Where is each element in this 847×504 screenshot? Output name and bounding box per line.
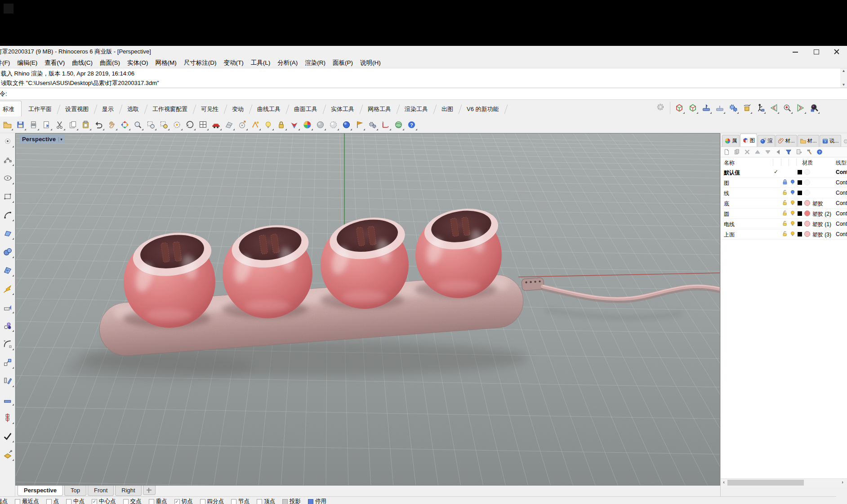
panel-horizontal-scrollbar[interactable]: ‹ ›	[721, 478, 847, 487]
layer-bulb-icon[interactable]	[789, 189, 796, 196]
person-move-button[interactable]	[754, 102, 766, 114]
pnl-up-button[interactable]	[754, 148, 761, 156]
sphere-matte-button[interactable]	[314, 119, 326, 131]
osnap-端点[interactable]: 端点	[0, 498, 8, 504]
panel-tab-0[interactable]: 属	[722, 135, 740, 147]
zoom-target-button[interactable]	[171, 119, 183, 131]
viewport-tab-top[interactable]: Top	[64, 486, 86, 496]
extrude-button[interactable]	[1, 393, 14, 406]
rectangle-button[interactable]	[1, 190, 14, 203]
array-align-button[interactable]	[1, 411, 14, 424]
measure-angle-button[interactable]	[249, 119, 261, 131]
scroll-up-icon[interactable]: ▲	[840, 68, 847, 74]
toolbar-tab[interactable]: 渲染工具	[398, 101, 435, 117]
viewport-title-dropdown-icon[interactable]: ▾	[58, 137, 64, 142]
layer-name[interactable]: 圆	[724, 210, 729, 218]
layer-color-swatch[interactable]	[798, 201, 802, 205]
lock-open-icon[interactable]	[782, 210, 788, 216]
osnap-checkbox[interactable]	[15, 499, 20, 504]
layer-row[interactable]: 默认值✓Continuous	[721, 167, 847, 178]
layer-material-swatch[interactable]	[804, 231, 810, 237]
pnl-filter-button[interactable]	[785, 148, 792, 156]
menu-item-1[interactable]: 编辑(E)	[13, 58, 41, 68]
scroll-right-icon[interactable]: ›	[839, 479, 846, 485]
zoom-button[interactable]	[132, 119, 144, 131]
panel-tab-2[interactable]: 渲	[758, 135, 775, 147]
toolbar-tab[interactable]: 显示	[95, 101, 120, 117]
osnap-切点[interactable]: ✓切点	[174, 498, 193, 504]
scroll-down-icon[interactable]: ▼	[840, 82, 847, 88]
toolbar-tab[interactable]: 曲面工具	[287, 101, 324, 117]
point-button[interactable]	[1, 135, 14, 147]
layer-material-swatch[interactable]	[804, 221, 810, 227]
toolbar-tab[interactable]: 实体工具	[324, 101, 361, 117]
menu-item-3[interactable]: 曲线(C)	[68, 58, 96, 68]
command-history-scrollbar[interactable]: ▲ ▼	[840, 68, 847, 88]
osnap-中心点[interactable]: ✓中心点	[92, 498, 116, 504]
viewport-title[interactable]: Perspective ▾	[19, 135, 65, 143]
mesh-button[interactable]	[1, 264, 14, 277]
layer-material-swatch[interactable]	[804, 169, 810, 175]
osnap-checkbox[interactable]	[149, 499, 154, 504]
surface-from-plane-button[interactable]	[1, 301, 14, 313]
layer-bulb-icon[interactable]	[789, 210, 796, 216]
menu-item-9[interactable]: 工具(L)	[247, 58, 274, 68]
toolbar-tab[interactable]: 标准	[0, 101, 22, 117]
orbit-button[interactable]	[119, 119, 131, 131]
osnap-顶点[interactable]: 顶点	[257, 498, 275, 504]
menu-item-7[interactable]: 尺寸标注(D)	[180, 58, 220, 68]
export-doc-button[interactable]	[40, 119, 53, 131]
layer-name[interactable]: 图	[724, 179, 729, 187]
viewport-tab-right[interactable]: Right	[115, 486, 141, 496]
layer-color-swatch[interactable]	[798, 170, 802, 174]
layer-row[interactable]: 圆塑胶 (2)Continuous	[721, 209, 847, 219]
sphere-blue-button[interactable]	[340, 119, 352, 131]
explode-button[interactable]	[1, 282, 14, 295]
toolbar-tab[interactable]: 曲线工具	[250, 101, 287, 117]
save-button[interactable]	[14, 119, 27, 131]
osnap-停用[interactable]: 停用	[308, 498, 326, 504]
lock-open-icon[interactable]	[782, 220, 788, 227]
open-folder-button[interactable]	[1, 119, 13, 131]
transform-button[interactable]	[1, 375, 14, 387]
arc-button[interactable]	[1, 209, 14, 221]
osnap-checkbox[interactable]	[231, 499, 236, 504]
osnap-checkbox[interactable]	[257, 499, 262, 504]
check-analyze-button[interactable]	[1, 430, 14, 442]
menu-item-6[interactable]: 网格(M)	[152, 58, 180, 68]
new-viewport-tab[interactable]	[143, 486, 156, 495]
toolbar-tab[interactable]: 选取	[120, 101, 146, 117]
menu-item-11[interactable]: 渲染(R)	[301, 58, 329, 68]
toolbar-options-gear-icon[interactable]	[655, 102, 667, 114]
layer-material-swatch[interactable]	[804, 190, 810, 196]
osnap-checkbox[interactable]	[308, 499, 313, 504]
osnap-垂点[interactable]: 垂点	[149, 498, 167, 504]
viewport-layout-button[interactable]	[197, 119, 209, 131]
panel-tab-4[interactable]: 材...	[798, 135, 819, 147]
pnl-page-button[interactable]	[795, 148, 802, 156]
menu-item-13[interactable]: 说明(H)	[357, 58, 384, 68]
scroll-left-icon[interactable]: ‹	[721, 479, 727, 485]
cplane-circle-button[interactable]	[236, 119, 248, 131]
layer-name[interactable]: 底	[724, 200, 729, 208]
command-history[interactable]: 载入 Rhino 渲染，版本 1.50, Apr 28 2019, 16:14:…	[0, 68, 847, 88]
osnap-点[interactable]: 点	[46, 498, 59, 504]
help-button[interactable]: ?	[406, 119, 418, 131]
pnl-delete-button[interactable]	[744, 148, 751, 156]
layer-row[interactable]: 电线塑胶 (1)Continuous	[721, 219, 847, 229]
layer-bulb-icon[interactable]	[789, 231, 796, 237]
layer-row[interactable]: 上面塑胶 (3)Continuous	[721, 229, 847, 240]
toolbar-tab[interactable]: 变动	[225, 101, 250, 117]
cplane-slab-grey-button[interactable]	[713, 102, 726, 114]
menu-item-0[interactable]: 文件(F)	[0, 58, 13, 68]
layer-color-swatch[interactable]	[798, 211, 802, 216]
scrollbar-thumb[interactable]	[727, 480, 804, 486]
pnl-left-button[interactable]	[775, 148, 782, 156]
pan-hand-button[interactable]	[106, 119, 118, 131]
osnap-checkbox[interactable]: ✓	[92, 499, 97, 504]
lock-button[interactable]	[275, 119, 287, 131]
layer-row[interactable]: 底塑胶Continuous	[721, 198, 847, 209]
show-edges-button[interactable]	[223, 119, 235, 131]
options-gears-button[interactable]	[366, 119, 379, 131]
pnl-help-button[interactable]: ?	[816, 148, 823, 156]
